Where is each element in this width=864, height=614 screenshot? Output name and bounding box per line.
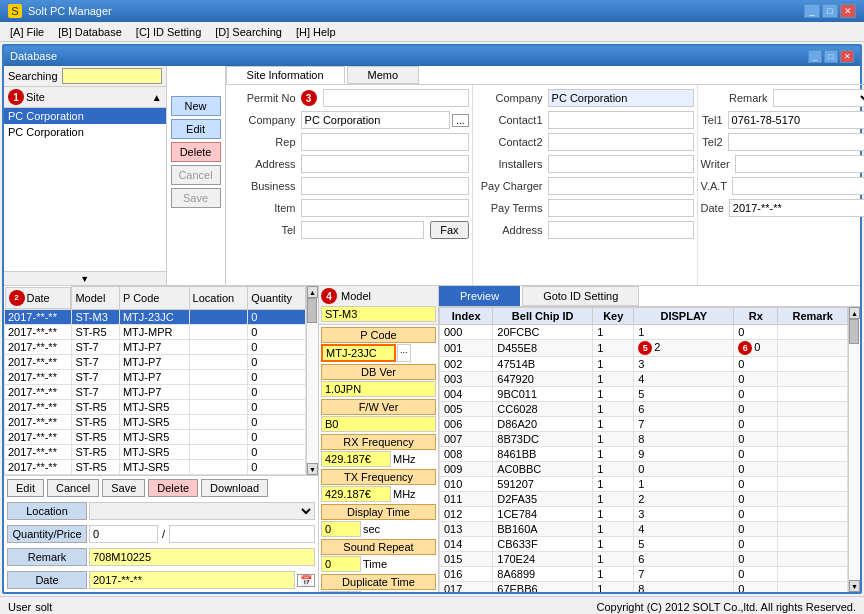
- company-browse[interactable]: ...: [452, 114, 468, 127]
- contact1-input[interactable]: [548, 111, 694, 129]
- location-select[interactable]: [89, 502, 315, 520]
- preview-row[interactable]: 005CC6028160: [440, 402, 848, 417]
- preview-scroll-up[interactable]: ▲: [849, 307, 860, 319]
- date-input[interactable]: [729, 199, 864, 217]
- business-input[interactable]: [301, 177, 469, 195]
- date-ctrl-picker[interactable]: 📅: [297, 574, 315, 587]
- table-row[interactable]: 2017-**-**ST-R5MTJ-SR50: [5, 459, 306, 474]
- preview-row[interactable]: 011D2FA35120: [440, 492, 848, 507]
- pay-terms-input[interactable]: [548, 199, 694, 217]
- menu-id-setting[interactable]: [C] ID Setting: [130, 25, 207, 39]
- table-edit-btn[interactable]: Edit: [7, 479, 44, 497]
- remark-ctrl-input[interactable]: [89, 548, 315, 566]
- preview-row[interactable]: 014CB633F150: [440, 537, 848, 552]
- menu-database[interactable]: [B] Database: [52, 25, 128, 39]
- address-input[interactable]: [301, 155, 469, 173]
- scroll-down-btn[interactable]: ▼: [307, 463, 318, 475]
- preview-row[interactable]: 01767EBB6180: [440, 582, 848, 593]
- rx-freq-input[interactable]: [321, 451, 391, 467]
- table-row[interactable]: 2017-**-**ST-R5MTJ-SR50: [5, 414, 306, 429]
- db-ver-input[interactable]: [321, 381, 436, 397]
- writer-input[interactable]: [735, 155, 864, 173]
- site-item-1[interactable]: PC Corporation: [4, 124, 166, 140]
- preview-row[interactable]: 0088461BB190: [440, 447, 848, 462]
- preview-row[interactable]: 009AC0BBC100: [440, 462, 848, 477]
- save-button[interactable]: Save: [171, 188, 221, 208]
- new-button[interactable]: New: [171, 96, 221, 116]
- table-cancel-btn[interactable]: Cancel: [47, 479, 99, 497]
- tab-memo[interactable]: Memo: [347, 66, 420, 84]
- vat-input[interactable]: [732, 177, 864, 195]
- rep-input[interactable]: [301, 133, 469, 151]
- preview-row[interactable]: 006D86A20170: [440, 417, 848, 432]
- pay-charger-input[interactable]: [548, 177, 694, 195]
- date-ctrl-input[interactable]: [89, 571, 295, 589]
- preview-scroll-thumb[interactable]: [849, 319, 859, 344]
- item-input[interactable]: [301, 199, 469, 217]
- list-scroll-down[interactable]: ▼: [80, 274, 89, 284]
- table-delete-btn[interactable]: Delete: [148, 479, 198, 497]
- p-code-browse[interactable]: ...: [397, 344, 411, 362]
- company-input[interactable]: [301, 111, 451, 129]
- preview-row[interactable]: 003647920140: [440, 372, 848, 387]
- preview-row[interactable]: 010591207110: [440, 477, 848, 492]
- menu-help[interactable]: [H] Help: [290, 25, 342, 39]
- preview-row[interactable]: 00247514B130: [440, 357, 848, 372]
- fw-ver-input[interactable]: [321, 416, 436, 432]
- menu-searching[interactable]: [D] Searching: [209, 25, 288, 39]
- company-right-input[interactable]: [548, 89, 694, 107]
- display-time-input[interactable]: [321, 521, 361, 537]
- table-download-btn[interactable]: Download: [201, 479, 268, 497]
- model-input[interactable]: [321, 306, 436, 322]
- db-maximize[interactable]: □: [824, 50, 838, 63]
- table-save-btn[interactable]: Save: [102, 479, 145, 497]
- remark-select[interactable]: [773, 89, 864, 107]
- site-item-0[interactable]: PC Corporation: [4, 108, 166, 124]
- preview-row[interactable]: 0049BC011150: [440, 387, 848, 402]
- searching-input[interactable]: [62, 68, 162, 84]
- cancel-button[interactable]: Cancel: [171, 165, 221, 185]
- preview-row[interactable]: 013BB160A140: [440, 522, 848, 537]
- sort-arrow[interactable]: ▲: [152, 92, 162, 103]
- close-button[interactable]: ✕: [840, 4, 856, 18]
- table-row[interactable]: 2017-**-**ST-M3MTJ-23JC0: [5, 309, 306, 324]
- fax-button[interactable]: Fax: [430, 221, 468, 239]
- tab-site-info[interactable]: Site Information: [226, 66, 345, 84]
- tel2-input[interactable]: [728, 133, 864, 151]
- tel1-input[interactable]: [728, 111, 864, 129]
- table-row[interactable]: 2017-**-**ST-R5MTJ-SR50: [5, 444, 306, 459]
- preview-row[interactable]: 00020FCBC110: [440, 325, 848, 340]
- sound-repeat-input[interactable]: [321, 556, 361, 572]
- price-input[interactable]: [169, 525, 315, 543]
- tx-freq-input[interactable]: [321, 486, 391, 502]
- preview-row[interactable]: 0168A6899170: [440, 567, 848, 582]
- table-row[interactable]: 2017-**-**ST-7MTJ-P70: [5, 384, 306, 399]
- edit-button[interactable]: Edit: [171, 119, 221, 139]
- table-row[interactable]: 2017-**-**ST-7MTJ-P70: [5, 369, 306, 384]
- duplicate-time-input[interactable]: [321, 591, 361, 592]
- table-row[interactable]: 2017-**-**ST-7MTJ-P70: [5, 354, 306, 369]
- delete-button[interactable]: Delete: [171, 142, 221, 162]
- scroll-up-btn[interactable]: ▲: [307, 286, 318, 298]
- address-right-input[interactable]: [548, 221, 694, 239]
- preview-row[interactable]: 0078B73DC180: [440, 432, 848, 447]
- table-row[interactable]: 2017-**-**ST-R5MTJ-SR50: [5, 399, 306, 414]
- tab-goto-id[interactable]: Goto ID Setting: [522, 286, 639, 306]
- contact2-input[interactable]: [548, 133, 694, 151]
- table-row[interactable]: 2017-**-**ST-7MTJ-P70: [5, 339, 306, 354]
- p-code-input[interactable]: [321, 344, 396, 362]
- db-close[interactable]: ✕: [840, 50, 854, 63]
- table-row[interactable]: 2017-**-**ST-R5MTJ-MPR0: [5, 324, 306, 339]
- qty-input[interactable]: [89, 525, 158, 543]
- installers-input[interactable]: [548, 155, 694, 173]
- minimize-button[interactable]: _: [804, 4, 820, 18]
- permit-no-input[interactable]: [323, 89, 469, 107]
- preview-row[interactable]: 015170E24160: [440, 552, 848, 567]
- maximize-button[interactable]: □: [822, 4, 838, 18]
- preview-scroll-down[interactable]: ▼: [849, 580, 860, 592]
- db-minimize[interactable]: _: [808, 50, 822, 63]
- preview-row[interactable]: 001D455E815260: [440, 340, 848, 357]
- tab-preview[interactable]: Preview: [439, 286, 520, 306]
- scroll-thumb[interactable]: [307, 298, 317, 323]
- table-row[interactable]: 2017-**-**ST-R5MTJ-SR50: [5, 429, 306, 444]
